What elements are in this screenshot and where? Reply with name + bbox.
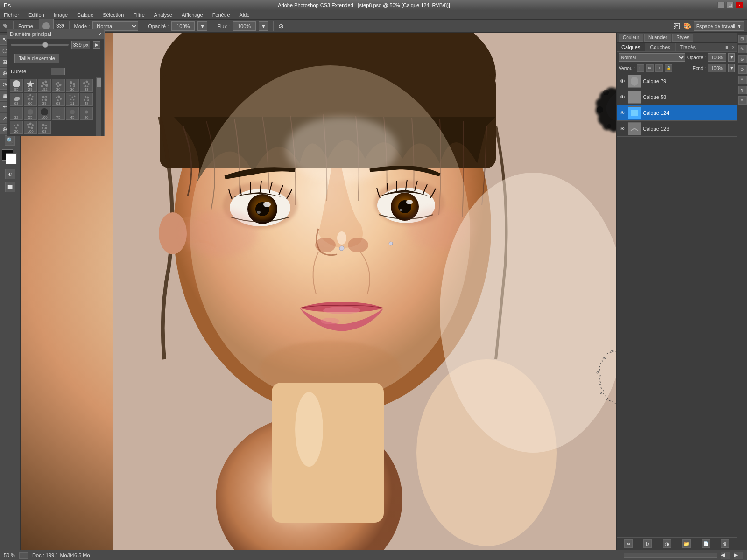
menu-filtre[interactable]: Filtre [131,11,146,19]
brush-item-18[interactable]: 20 [10,121,23,134]
svg-point-120 [42,124,45,126]
brush-item-10[interactable]: 11 [66,93,79,106]
workspace-btn[interactable]: Espace de travail ▼ [694,21,744,31]
brush-item-20[interactable]: 63 [38,121,51,134]
layers-opacity-input[interactable] [708,53,726,62]
brush-size-slider[interactable] [11,44,69,46]
right-tool-6[interactable]: ¶ [738,86,747,94]
svg-point-116 [29,123,32,125]
brush-item-4[interactable]: 36 [66,79,79,92]
menu-affichage[interactable]: Affichage [180,11,205,19]
opacity-arrow[interactable]: ▼ [728,53,735,62]
brush-item-13[interactable]: 55 [24,107,37,120]
brush-item-9[interactable]: 63 [52,93,65,106]
menu-analyse[interactable]: Analyse [152,11,174,19]
screen-mode-btn[interactable]: ⬜ [5,182,15,192]
brush-item-17[interactable]: 20 [80,107,93,120]
svg-point-25 [339,246,344,251]
brush-item-2[interactable]: 192 [38,79,51,92]
quick-mask-btn[interactable]: ◐ [5,169,15,179]
nuancier-tab[interactable]: Nuancier [644,34,671,42]
close-button[interactable]: × [736,2,743,8]
brush-size-arrow-btn[interactable]: ▶ [93,41,100,49]
svg-point-33 [295,392,323,467]
brush-size-control[interactable]: 339 [56,23,64,28]
layer-fx-btn[interactable]: fx [643,539,652,548]
eye-icon-79[interactable]: 👁 [619,77,626,85]
tab-calques[interactable]: Calques [617,43,645,51]
flux-arrow[interactable]: ▼ [259,21,268,31]
brush-item-0[interactable]: 95 [10,79,23,92]
right-tool-2[interactable]: ✎ [738,45,747,53]
tab-couches[interactable]: Couches [645,43,675,51]
brush-scroll[interactable] [96,77,101,136]
brush-item-1[interactable]: 29 [24,79,37,92]
thumb-123 [628,122,641,135]
menu-fenetre[interactable]: Fenêtre [211,11,232,19]
fond-input[interactable] [708,64,726,72]
eye-icon-124[interactable]: 👁 [619,109,626,117]
sample-size-btn[interactable]: Taille d'exemple [14,54,59,63]
tab-traces[interactable]: Tracés [676,43,700,51]
nav-next-btn[interactable]: ▶ [734,552,743,559]
brush-item-12[interactable]: 32 [10,107,23,120]
brush-item-14[interactable]: 100 [38,107,51,120]
fond-arrow[interactable]: ▼ [728,64,735,72]
couleur-tab[interactable]: Couleur [619,34,643,42]
right-tool-5[interactable]: A [738,76,747,84]
menu-selection[interactable]: Sélection [101,11,126,19]
lock-all-btn[interactable]: 🔒 [665,64,672,72]
add-mask-btn[interactable]: ◑ [663,539,671,548]
brush-item-3[interactable]: 36 [52,79,65,92]
mode-label: Mode : [74,23,90,29]
menu-image[interactable]: Image [52,11,70,19]
right-tool-4[interactable]: ⊙ [738,65,747,74]
new-layer-btn[interactable]: 📄 [702,539,710,548]
zoom-flyout-btn[interactable] [19,552,28,559]
maximize-button[interactable]: □ [726,2,734,8]
menu-calque[interactable]: Calque [75,11,95,19]
layers-panel-menu-btn[interactable]: ≡ [723,43,730,51]
eye-icon-123[interactable]: 👁 [619,125,626,133]
layer-row-58[interactable]: 👁 Calque 58 [617,89,737,105]
right-tool-3[interactable]: ⊛ [738,55,747,63]
lock-position-btn[interactable]: + [655,64,663,72]
brush-item-19[interactable]: 100 [24,121,37,134]
layer-row-124[interactable]: 👁 Calque 124 [617,105,737,121]
styles-tab[interactable]: Styles [672,34,693,42]
toolbar: ✎ Forme : 339 Mode : Normal Produit Supe… [0,20,747,33]
layers-panel-close-btn[interactable]: × [730,43,737,51]
brush-item-16[interactable]: 45 [66,107,79,120]
layer-row-123[interactable]: 👁 Calque 123 [617,121,737,137]
opacite-arrow[interactable]: ▼ [197,21,207,31]
minimize-button[interactable]: _ [717,2,725,8]
menu-aide[interactable]: Aide [238,11,252,19]
delete-layer-btn[interactable]: 🗑 [721,539,729,548]
menu-fichier[interactable]: Fichier [2,11,21,19]
color-selector[interactable] [2,149,19,166]
scroll-thumb[interactable] [97,78,101,87]
brush-item-15[interactable]: 75 [52,107,65,120]
lock-transparent-btn[interactable]: ⬚ [637,64,644,72]
right-tool-1[interactable]: ⊞ [738,35,747,43]
brush-item-5[interactable]: 33 [80,79,93,92]
link-layers-btn[interactable]: ⇔ [624,539,633,548]
nav-prev-btn[interactable]: ◀ [721,552,730,559]
menu-edition[interactable]: Edition [27,11,46,19]
lock-pixels-btn[interactable]: ✏ [646,64,654,72]
brush-item-6[interactable]: 63 [10,93,23,106]
eye-icon-58[interactable]: 👁 [619,93,626,101]
brush-item-8[interactable]: 39 [38,93,51,106]
layer-row-79[interactable]: 👁 Calque 79 [617,73,737,89]
brush-size-thumb[interactable] [42,42,48,48]
svg-point-79 [86,81,88,83]
brush-panel-close[interactable]: × [99,31,101,37]
flux-input[interactable] [233,21,256,31]
right-tool-7[interactable]: ≡ [738,96,747,105]
layers-blend-mode[interactable]: Normal [619,53,685,62]
new-group-btn[interactable]: 📁 [682,539,691,548]
opacite-input[interactable] [171,21,195,31]
brush-item-7[interactable]: 66 [24,93,37,106]
zoom-tool[interactable]: 🔍 [5,135,15,146]
brush-item-11[interactable]: 48 [80,93,93,106]
